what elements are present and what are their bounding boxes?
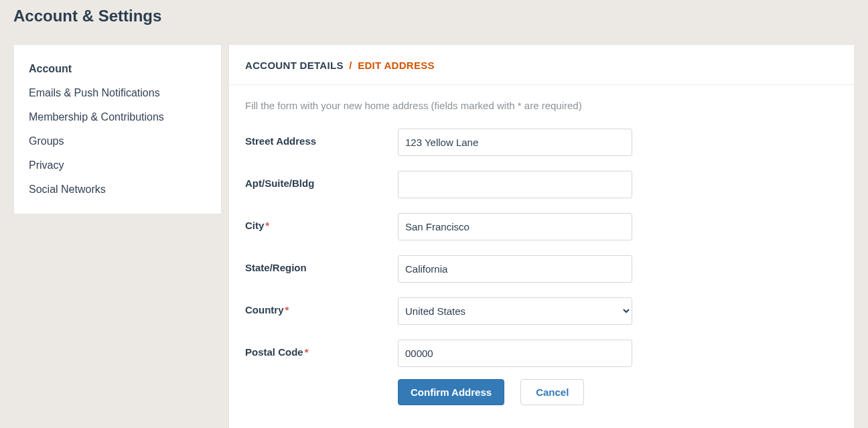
form-help-text: Fill the form with your new home address… — [245, 100, 838, 111]
state-label: State/Region — [245, 255, 398, 273]
street-label: Street Address — [245, 129, 398, 147]
postal-label: Postal Code* — [245, 340, 398, 358]
main-panel: Account Details / Edit Address Fill the … — [228, 44, 855, 428]
breadcrumb-current: Edit Address — [358, 60, 435, 71]
city-input[interactable] — [398, 213, 632, 240]
confirm-address-button[interactable]: Confirm Address — [398, 379, 504, 405]
sidebar-item-social[interactable]: Social Networks — [14, 177, 221, 202]
breadcrumb: Account Details / Edit Address — [229, 45, 854, 85]
apt-label: Apt/Suite/Bldg — [245, 171, 398, 189]
breadcrumb-parent: Account Details — [245, 60, 344, 71]
city-label: City* — [245, 213, 398, 231]
sidebar-item-account[interactable]: Account — [14, 57, 221, 81]
cancel-button[interactable]: Cancel — [520, 379, 584, 405]
required-marker: * — [265, 220, 269, 231]
settings-sidebar: Account Emails & Push Notifications Memb… — [13, 44, 222, 214]
sidebar-item-membership[interactable]: Membership & Contributions — [14, 105, 221, 129]
country-label: Country* — [245, 297, 398, 315]
sidebar-item-groups[interactable]: Groups — [14, 129, 221, 153]
state-input[interactable] — [398, 255, 632, 283]
required-marker: * — [285, 304, 289, 315]
postal-input[interactable] — [398, 340, 632, 367]
street-input[interactable] — [398, 129, 632, 156]
page-title: Account & Settings — [13, 7, 855, 25]
sidebar-item-emails[interactable]: Emails & Push Notifications — [14, 81, 221, 105]
sidebar-item-privacy[interactable]: Privacy — [14, 153, 221, 177]
country-select[interactable]: United States — [398, 297, 632, 325]
apt-input[interactable] — [398, 171, 632, 198]
required-marker: * — [305, 346, 309, 358]
breadcrumb-separator: / — [349, 60, 352, 71]
